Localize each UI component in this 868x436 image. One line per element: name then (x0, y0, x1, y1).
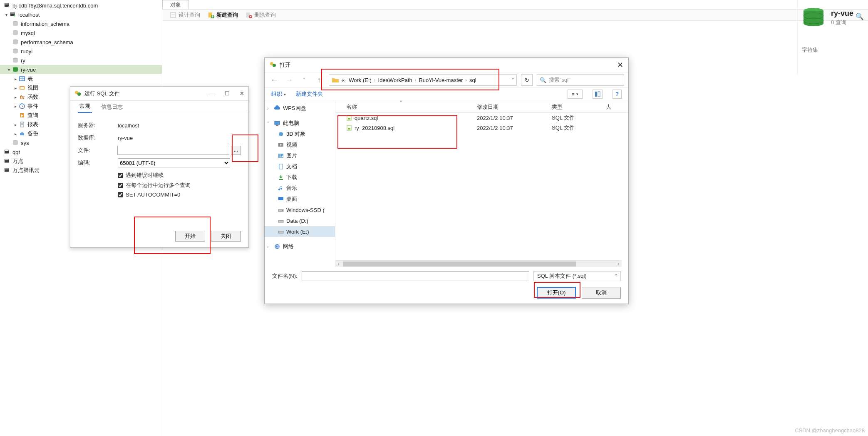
file-date: 2022/1/2 10:37 (477, 125, 552, 131)
file-row[interactable]: ry_20210908.sql2022/1/2 10:37SQL 文件 (335, 123, 628, 133)
delete-query-button[interactable]: 删除查询 (246, 11, 276, 19)
chevron-down-icon: ˅ (615, 274, 617, 279)
nav-item[interactable]: Data (D:) (265, 215, 335, 226)
view-mode-button[interactable]: ≡ ▾ (568, 90, 583, 99)
breadcrumb[interactable]: « Work (E:)› IdeaWorkPath› RuoYi-Vue-mas… (329, 74, 517, 86)
maximize-button[interactable]: ☐ (225, 90, 230, 97)
tables-node[interactable]: ▸表 (0, 74, 162, 83)
open-titlebar[interactable]: 打开 ✕ (265, 58, 628, 72)
close-button[interactable]: ✕ (240, 90, 244, 97)
encoding-select[interactable]: 65001 (UTF-8) (118, 158, 230, 167)
expand-arrow[interactable]: ▾ (3, 12, 9, 17)
db-row-selected[interactable]: ▾ ry-vue (0, 65, 162, 74)
crumb-segment[interactable]: Work (E:) (349, 77, 372, 83)
nav-item[interactable]: 3D 对象 (265, 129, 335, 140)
file-name: ry_20210908.sql (355, 125, 394, 131)
network-icon (274, 244, 280, 249)
crumb-segment[interactable]: sql (469, 77, 476, 83)
conn-row[interactable]: bj-cdb-f6yz8mna.sql.tencentdb.com (0, 1, 162, 10)
expand-arrow[interactable]: ▸ (12, 132, 18, 136)
tab-general[interactable]: 常规 (78, 100, 92, 113)
design-query-button[interactable]: 设计查询 (170, 11, 200, 19)
db-row[interactable]: ry (0, 56, 162, 65)
nav-item[interactable]: 视频 (265, 140, 335, 150)
scroll-left-button[interactable]: ‹ (335, 262, 342, 266)
file-type-filter[interactable]: SQL 脚本文件 (*.sql)˅ (533, 271, 621, 281)
expand-arrow[interactable]: ▸ (12, 77, 18, 81)
svg-rect-66 (348, 118, 350, 120)
file-list: 名称˄ 修改日期 类型 大 quartz.sql2022/1/2 10:37SQ… (335, 101, 628, 267)
filename-input[interactable] (302, 271, 529, 281)
clock-icon (18, 103, 26, 109)
nav-item[interactable]: 下载 (265, 172, 335, 183)
up-button[interactable]: ↑ (314, 76, 325, 85)
close-button[interactable]: 关闭 (211, 231, 241, 242)
expand-arrow[interactable]: ▾ (6, 67, 12, 72)
tab-log[interactable]: 信息日志 (99, 101, 124, 113)
horizontal-scrollbar[interactable]: ‹ › (335, 260, 622, 267)
nav-item[interactable]: 桌面 (265, 194, 335, 204)
db-row[interactable]: information_schema (0, 19, 162, 28)
conn-row[interactable]: ▾ localhost (0, 10, 162, 19)
svg-text:▸: ▸ (21, 112, 24, 118)
forward-button[interactable]: → (284, 76, 295, 85)
scroll-right-button[interactable]: › (615, 262, 622, 266)
drive-icon (278, 229, 284, 234)
db-row[interactable]: ruoyi (0, 47, 162, 56)
file-input[interactable] (117, 146, 229, 155)
refresh-button[interactable]: ↻ (521, 74, 533, 86)
open-button[interactable]: 打开(O) (537, 287, 576, 299)
chevron-down-icon[interactable]: ˅ (512, 78, 514, 82)
expand-arrow[interactable]: ▸ (12, 122, 18, 127)
expand-arrow[interactable]: ▸ (12, 95, 18, 100)
nav-item[interactable]: 文档 (265, 161, 335, 172)
search-box[interactable]: 🔍 搜索"sql" (537, 74, 624, 86)
app-icon (74, 90, 81, 97)
nav-item-selected[interactable]: Work (E:) (265, 226, 335, 237)
chevron-right-icon: › (374, 77, 376, 82)
nav-item[interactable]: ˅此电脑 (265, 118, 335, 129)
start-button[interactable]: 开始 (175, 231, 205, 242)
multi-query-checkbox[interactable]: 在每个运行中运行多个查询 (118, 182, 241, 189)
nav-item[interactable]: Windows-SSD ( (265, 204, 335, 215)
nav-item[interactable]: ›WPS网盘 (265, 103, 335, 114)
info-subtitle: 0 查询 (831, 19, 864, 26)
db-row[interactable]: performance_schema (0, 37, 162, 47)
svg-rect-48 (595, 92, 597, 97)
svg-rect-68 (348, 128, 350, 130)
scrollbar-thumb[interactable] (343, 262, 576, 267)
documents-icon (278, 164, 284, 169)
svg-rect-4 (11, 13, 15, 14)
svg-point-60 (282, 210, 283, 211)
new-query-button[interactable]: +新建查询 (208, 11, 238, 19)
tab-objects[interactable]: 对象 (162, 0, 189, 10)
crumb-segment[interactable]: RuoYi-Vue-master (419, 77, 463, 83)
browse-button[interactable]: ... (231, 146, 241, 155)
expand-arrow[interactable]: ▸ (12, 86, 18, 90)
nav-item[interactable]: 图片 (265, 150, 335, 161)
cancel-button[interactable]: 取消 (582, 287, 621, 299)
minimize-button[interactable]: — (209, 90, 215, 97)
search-placeholder: 搜索"sql" (549, 76, 570, 84)
crumb-segment[interactable]: IdeaWorkPath (378, 77, 412, 83)
recent-dropdown[interactable]: ˅ (299, 77, 310, 83)
back-button[interactable]: ← (269, 76, 280, 85)
open-toolbar: 组织 ▾ 新建文件夹 ≡ ▾ ? (265, 88, 628, 100)
new-folder-button[interactable]: 新建文件夹 (296, 90, 323, 98)
file-row[interactable]: quartz.sql2022/1/2 10:37SQL 文件 (335, 113, 628, 123)
nav-item[interactable]: ›网络 (265, 241, 335, 252)
db-row[interactable]: mysql (0, 28, 162, 37)
organize-menu[interactable]: 组织 ▾ (271, 90, 286, 98)
search-icon: 🔍 (540, 77, 546, 83)
video-icon (278, 142, 284, 148)
table-icon (18, 76, 26, 82)
expand-arrow[interactable]: ▸ (12, 104, 18, 109)
file-list-header[interactable]: 名称˄ 修改日期 类型 大 (335, 101, 628, 113)
preview-toggle[interactable] (593, 90, 603, 99)
autocommit-checkbox[interactable]: SET AUTOCOMMIT=0 (118, 192, 241, 198)
continue-on-error-checkbox[interactable]: 遇到错误时继续 (118, 172, 241, 179)
help-button[interactable]: ? (613, 90, 622, 99)
nav-item[interactable]: 音乐 (265, 183, 335, 194)
close-icon[interactable]: ✕ (617, 60, 623, 70)
dialog-titlebar[interactable]: 运行 SQL 文件 — ☐ ✕ (70, 87, 248, 101)
